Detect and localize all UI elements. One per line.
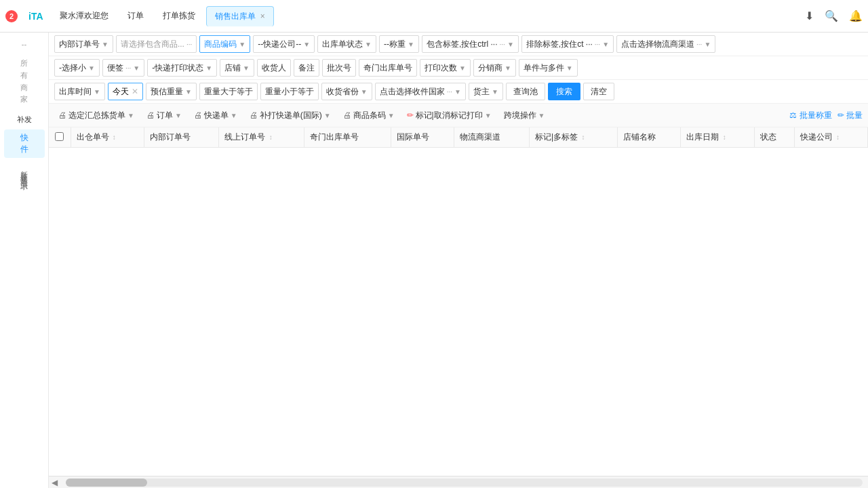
main-layout: -- 所 有 商 家 补发 快 件 新 胜 途 售 前 演 示 内部订单号 ▼ …: [0, 33, 868, 488]
dropdown-arrow: ▼: [485, 112, 492, 119]
recv-country-filter[interactable]: 点击选择收件国家 ··· ▼: [375, 83, 466, 100]
cross-border-button[interactable]: 跨境操作 ▼: [500, 106, 549, 124]
batch-reweight-button[interactable]: ⚖ 批量称重: [789, 110, 831, 121]
print-intl-button[interactable]: 🖨 补打快递单(国际) ▼: [245, 106, 335, 124]
shop-filter[interactable]: 店铺 ▼: [220, 59, 254, 77]
sidebar-active-tab[interactable]: 快 件: [4, 129, 45, 158]
dropdown-arrow: ▼: [231, 112, 237, 119]
th-online-no[interactable]: 线上订单号 ↕: [219, 127, 304, 148]
product-barcode-button[interactable]: 🖨 商品条码 ▼: [339, 106, 399, 124]
toolbar-row: 🖨 选定汇总拣货单 ▼ 🖨 订单 ▼ 🖨 快递单 ▼ 🖨 补打快递单(国际) ▼…: [49, 104, 868, 127]
exclude-tags-filter[interactable]: 排除标签,按住ct ··· ··· ▼: [521, 35, 614, 53]
th-express-co[interactable]: 快递公司 ↕: [794, 127, 867, 148]
select-small-filter[interactable]: -选择小 ▼: [54, 59, 100, 77]
arrow-icon: ▼: [602, 41, 609, 48]
remark-filter[interactable]: 备注: [294, 59, 319, 77]
nav-sales-out[interactable]: 销售出库单 ×: [206, 6, 274, 26]
arrow-icon: ▼: [408, 41, 414, 48]
print-icon: 🖨: [194, 110, 202, 120]
select-small-label: -选择小: [59, 62, 86, 74]
consignor-filter[interactable]: 货主 ▼: [469, 83, 503, 100]
dropdown-arrow: ▼: [127, 112, 134, 119]
orders-table: 出仓单号 ↕ 内部订单号 线上订单号 ↕ 奇门出库单号: [49, 127, 868, 148]
arrow-icon: ▼: [88, 64, 95, 72]
filter-row-1: 内部订单号 ▼ 请选择包含商品... ··· 商品编码 ▼ --快递公司-- ▼…: [49, 33, 868, 56]
out-status-filter[interactable]: 出库单状态 ▼: [317, 35, 376, 53]
dropdown-arrow: ▼: [538, 112, 545, 119]
qimen-no-filter[interactable]: 奇门出库单号: [359, 59, 417, 77]
th-status[interactable]: 状态: [754, 127, 794, 148]
weight-filter[interactable]: --称重 ▼: [379, 35, 419, 53]
search-icon[interactable]: 🔍: [825, 9, 838, 22]
th-out-no[interactable]: 出仓单号 ↕: [71, 127, 144, 148]
dots-icon: ···: [125, 64, 131, 72]
th-out-date[interactable]: 出库日期 ↕: [681, 127, 754, 148]
scroll-thumb[interactable]: [66, 479, 147, 487]
out-time-value-input[interactable]: 今天 ✕: [108, 83, 143, 100]
recv-province-label: 收货省份: [326, 86, 359, 98]
table-container: 出仓单号 ↕ 内部订单号 线上订单号 ↕ 奇门出库单号: [49, 127, 868, 476]
internal-order-no-filter[interactable]: 内部订单号 ▼: [54, 35, 113, 53]
nav-orders[interactable]: 订单: [119, 6, 152, 26]
receiver-filter[interactable]: 收货人: [257, 59, 291, 77]
search-button[interactable]: 搜索: [548, 83, 580, 100]
out-status-label: 出库单状态: [322, 39, 363, 50]
th-intl-no[interactable]: 国际单号: [391, 127, 454, 148]
weight-lte-filter[interactable]: 重量小于等于: [260, 83, 319, 100]
select-batch-button[interactable]: 🖨 选定汇总拣货单 ▼: [54, 106, 138, 124]
horizontal-scrollbar[interactable]: [66, 479, 863, 487]
express-print-state-filter[interactable]: -快递打印状态 ▼: [147, 59, 217, 77]
mark-print-button[interactable]: ✏ 标记|取消标记打印 ▼: [403, 106, 496, 124]
product-include-filter[interactable]: 请选择包含商品... ···: [116, 35, 197, 53]
scroll-left-arrow[interactable]: ◀: [49, 478, 60, 487]
select-batch-label: 选定汇总拣货单: [68, 110, 125, 121]
print-order-button[interactable]: 🖨 订单 ▼: [142, 106, 186, 124]
download-icon[interactable]: ⬇: [805, 9, 814, 22]
print-express-button[interactable]: 🖨 快递单 ▼: [190, 106, 241, 124]
product-code-filter[interactable]: 商品编码 ▼: [199, 35, 250, 53]
mark-print-label: 标记|取消标记打印: [416, 110, 483, 121]
weight-gte-filter[interactable]: 重量大于等于: [199, 83, 258, 100]
print-count-filter[interactable]: 打印次数 ▼: [420, 59, 471, 77]
nav-home[interactable]: 聚水潭欢迎您: [52, 6, 117, 26]
include-tags-filter[interactable]: 包含标签,按住ctrl ··· ··· ▼: [422, 35, 519, 53]
th-logistics[interactable]: 物流商渠道: [454, 127, 530, 148]
bell-icon[interactable]: 🔔: [849, 9, 863, 22]
select-all-checkbox[interactable]: [55, 132, 64, 141]
distributor-label: 分销商: [478, 62, 502, 74]
query-pool-button[interactable]: 查询池: [506, 83, 545, 100]
filter-row-2: -选择小 ▼ 便签 ··· ▼ -快递打印状态 ▼ 店铺 ▼ 收货人 备注: [49, 56, 868, 80]
product-code-label: 商品编码: [204, 39, 237, 50]
arrow-icon: ▼: [361, 88, 368, 96]
out-time-filter[interactable]: 出库时间 ▼: [54, 83, 105, 100]
bufa-label: 补发: [17, 114, 32, 126]
close-tab-icon[interactable]: ×: [260, 12, 265, 21]
th-qimen-no[interactable]: 奇门出库单号: [304, 127, 391, 148]
batch-other-button[interactable]: ✏ 批量: [837, 110, 863, 121]
sidebar-bufa[interactable]: 补发: [0, 110, 48, 130]
filter-row-3: 出库时间 ▼ 今天 ✕ 预估重量 ▼ 重量大于等于 重量小于等于 收货省份 ▼: [49, 80, 868, 104]
th-internal-no[interactable]: 内部订单号: [144, 127, 219, 148]
recv-province-filter[interactable]: 收货省份 ▼: [321, 83, 372, 100]
th-shop-name[interactable]: 店铺名称: [618, 127, 681, 148]
clear-button[interactable]: 清空: [583, 83, 614, 100]
arrow-icon: ▼: [94, 88, 100, 96]
cross-border-label: 跨境操作: [504, 110, 536, 121]
th-tags[interactable]: 标记|多标签 ↕: [529, 127, 617, 148]
sidebar-all-merchants[interactable]: 所 有 商 家: [0, 54, 48, 109]
label-filter[interactable]: 便签 ··· ▼: [102, 59, 144, 77]
clear-time-icon[interactable]: ✕: [132, 87, 138, 96]
nav-batch[interactable]: 打单拣货: [155, 6, 203, 26]
distributor-filter[interactable]: 分销商 ▼: [473, 59, 516, 77]
th-checkbox[interactable]: [49, 127, 71, 148]
batch-no-label: 批次号: [327, 62, 351, 74]
toolbar-right: ⚖ 批量称重 ✏ 批量: [789, 110, 863, 121]
batch-no-filter[interactable]: 批次号: [322, 59, 356, 77]
express-company-filter[interactable]: --快递公司-- ▼: [253, 35, 315, 53]
logistics-channel-filter[interactable]: 点击选择物流商渠道 ··· ▼: [616, 35, 715, 53]
arrow-icon: ▼: [102, 41, 108, 48]
sidebar-new-feature[interactable]: 新 胜 途 售 前 演 示: [0, 161, 48, 181]
pre-weight-filter[interactable]: 预估重量 ▼: [146, 83, 197, 100]
single-multi-filter[interactable]: 单件与多件 ▼: [519, 59, 578, 77]
dots-icon: ···: [186, 41, 192, 48]
